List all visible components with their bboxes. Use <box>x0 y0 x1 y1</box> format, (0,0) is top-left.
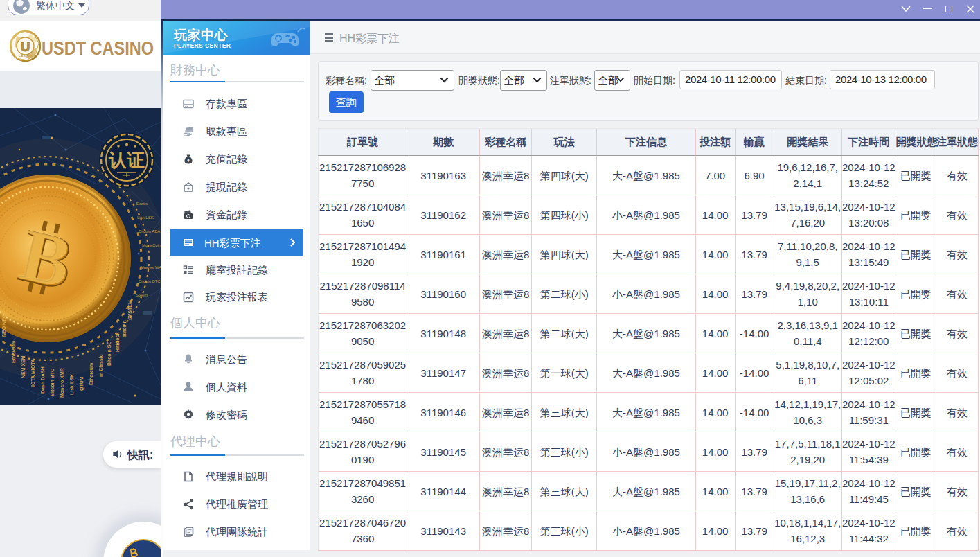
svg-text:U: U <box>21 39 30 54</box>
svg-text:HitBlock: HitBlock <box>115 333 120 353</box>
svg-text:Bitcoin: Bitcoin <box>122 320 127 337</box>
svg-text:Bitcoin BTC: Bitcoin BTC <box>139 279 161 283</box>
svg-text:IOTA MIOTA: IOTA MIOTA <box>30 359 35 387</box>
svg-text:QTUM: QTUM <box>79 376 84 391</box>
svg-text:Dash DASH: Dash DASH <box>40 366 45 394</box>
svg-text:Bitcoin ABA: Bitcoin ABA <box>139 229 160 233</box>
svg-text:Ethereum: Ethereum <box>11 341 16 363</box>
svg-text:Ethereum: Ethereum <box>89 363 93 385</box>
svg-text:MonaCoin: MonaCoin <box>142 243 161 247</box>
svg-text:Lisk LSK: Lisk LSK <box>137 215 154 220</box>
svg-text:SYSTEM: SYSTEM <box>127 300 132 320</box>
svg-text:Lisk LSK: Lisk LSK <box>69 374 74 395</box>
svg-text:NEM XEM: NEM XEM <box>21 355 26 378</box>
svg-text:Waves WAVES: Waves WAVES <box>141 265 161 269</box>
svg-text:Stratis: Stratis <box>136 202 148 206</box>
svg-text:Bitcoin SC: Bitcoin SC <box>107 342 112 366</box>
svg-text:认证: 认证 <box>108 150 145 170</box>
svg-text:NEO NEO: NEO NEO <box>1 314 6 337</box>
svg-text:CASINO: CASINO <box>19 54 33 58</box>
svg-text:Bitcoin BTC: Bitcoin BTC <box>50 369 55 396</box>
svg-text:Monero XMR: Monero XMR <box>60 368 64 398</box>
svg-text:m Classic: m Classic <box>98 354 103 377</box>
svg-text:Steem: Steem <box>136 293 148 297</box>
svg-text:¥: ¥ <box>187 158 190 163</box>
